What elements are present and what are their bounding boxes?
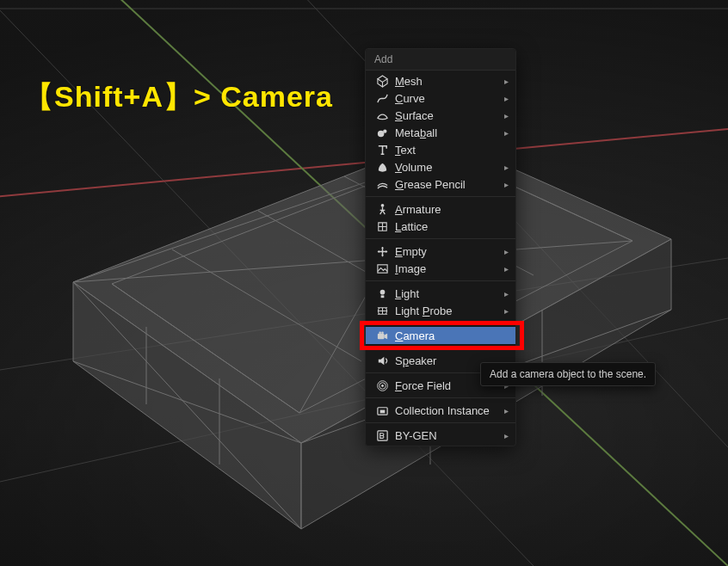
- menu-item-label: Lattice: [390, 220, 500, 233]
- lightprobe-icon: [374, 304, 390, 317]
- menu-item-surface[interactable]: Surface▸: [366, 107, 515, 124]
- submenu-arrow-icon: ▸: [500, 111, 509, 120]
- menu-item-label: Camera: [390, 329, 500, 342]
- menu-item-light[interactable]: Light▸: [366, 285, 515, 302]
- menu-item-armature[interactable]: Armature: [366, 200, 515, 218]
- menu-item-label: Light: [390, 287, 500, 300]
- menu-item-mesh[interactable]: Mesh▸: [366, 72, 515, 89]
- menu-item-label: Armature: [390, 203, 500, 216]
- menu-item-by-gen[interactable]: BY-GEN▸: [366, 427, 515, 444]
- force-icon: [374, 378, 390, 392]
- image-icon: [374, 261, 390, 275]
- menu-item-camera[interactable]: Camera: [366, 327, 515, 344]
- menu-item-curve[interactable]: Curve▸: [366, 89, 515, 107]
- menu-item-metaball[interactable]: Metaball▸: [366, 124, 515, 141]
- menu-item-label: Collection Instance: [390, 404, 500, 417]
- submenu-arrow-icon: ▸: [500, 128, 509, 138]
- metaball-icon: [374, 126, 390, 139]
- menu-item-label: Mesh: [390, 75, 500, 88]
- menu-item-label: Curve: [390, 92, 500, 105]
- collection-icon: [374, 403, 390, 417]
- annotation-text: 【Shift+A】> Camera: [24, 77, 333, 117]
- lattice-icon: [374, 219, 390, 233]
- submenu-arrow-icon: ▸: [500, 163, 509, 172]
- speaker-icon: [374, 354, 390, 367]
- menu-item-label: Image: [390, 262, 500, 275]
- submenu-arrow-icon: ▸: [500, 306, 509, 316]
- submenu-arrow-icon: ▸: [500, 77, 509, 86]
- empty-icon: [374, 244, 390, 258]
- menu-item-label: BY-GEN: [390, 429, 500, 442]
- menu-item-volume[interactable]: Volume▸: [366, 158, 515, 175]
- add-menu[interactable]: Add Mesh▸Curve▸Surface▸Metaball▸TextVolu…: [365, 48, 516, 446]
- menu-item-grease-pencil[interactable]: Grease Pencil▸: [366, 175, 515, 193]
- menu-item-label: Metaball: [390, 126, 500, 139]
- submenu-arrow-icon: ▸: [500, 289, 509, 298]
- menu-item-lattice[interactable]: Lattice: [366, 218, 515, 235]
- menu-item-label: Surface: [390, 109, 500, 122]
- submenu-arrow-icon: ▸: [500, 180, 509, 189]
- menu-item-label: Volume: [390, 161, 500, 174]
- light-icon: [374, 286, 390, 300]
- curve-icon: [374, 91, 390, 105]
- submenu-arrow-icon: ▸: [500, 264, 509, 274]
- text-icon: [374, 143, 390, 157]
- submenu-arrow-icon: ▸: [500, 406, 509, 415]
- menu-title: Add: [366, 49, 515, 71]
- camera-tooltip: Add a camera object to the scene.: [480, 362, 656, 386]
- menu-item-collection-instance[interactable]: Collection Instance▸: [366, 402, 515, 419]
- submenu-arrow-icon: ▸: [500, 247, 509, 256]
- submenu-arrow-icon: ▸: [500, 431, 509, 440]
- menu-item-empty[interactable]: Empty▸: [366, 243, 515, 260]
- armature-icon: [374, 202, 390, 216]
- camera-icon: [374, 329, 390, 342]
- bygen-icon: [374, 428, 390, 442]
- menu-item-label: Empty: [390, 245, 500, 258]
- menu-item-image[interactable]: Image▸: [366, 260, 515, 277]
- menu-item-label: Light Probe: [390, 305, 500, 317]
- menu-item-label: Text: [390, 144, 500, 157]
- menu-item-light-probe[interactable]: Light Probe▸: [366, 302, 515, 319]
- gpencil-icon: [374, 177, 390, 191]
- submenu-arrow-icon: ▸: [500, 94, 509, 103]
- surface-icon: [374, 108, 390, 122]
- volume-icon: [374, 160, 390, 174]
- menu-item-label: Grease Pencil: [390, 178, 500, 191]
- menu-item-text[interactable]: Text: [366, 141, 515, 158]
- mesh-icon: [374, 74, 390, 88]
